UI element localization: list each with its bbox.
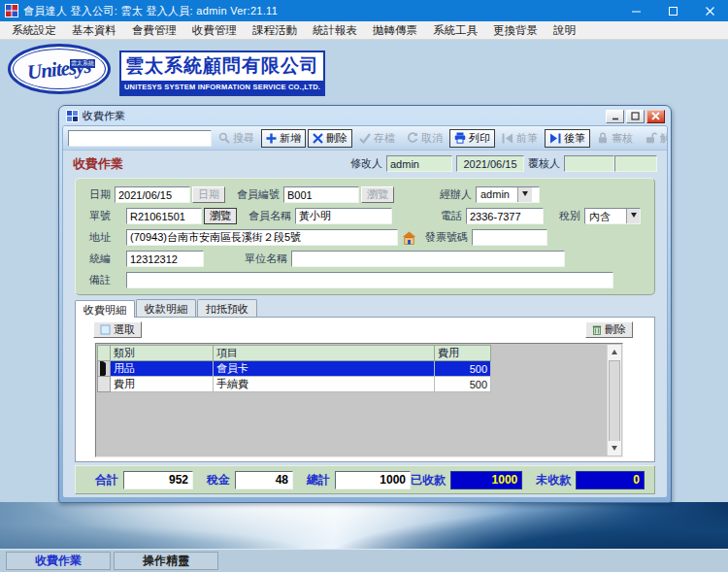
select-icon bbox=[100, 324, 111, 335]
previous-record-button[interactable]: 前筆 bbox=[497, 129, 543, 148]
main-window-title: 會員達人 登入公司: 雲太 登入人員: admin Ver:21.11 bbox=[23, 4, 278, 18]
grid-vertical-scrollbar[interactable] bbox=[607, 345, 621, 455]
sum-field[interactable] bbox=[123, 471, 193, 489]
invoice-no-field[interactable] bbox=[472, 229, 547, 246]
menu-statistics-report[interactable]: 統計報表 bbox=[305, 21, 365, 40]
menu-course-activity[interactable]: 課程活動 bbox=[245, 21, 305, 40]
child-restore-button[interactable] bbox=[626, 110, 645, 123]
delete-row-button[interactable]: 刪除 bbox=[585, 321, 633, 338]
tab-receipt-detail[interactable]: 收款明細 bbox=[136, 299, 196, 318]
cancel-button[interactable]: 取消 bbox=[402, 129, 447, 148]
handler-label: 經辦人 bbox=[440, 187, 472, 202]
scrollbar-thumb[interactable] bbox=[609, 360, 620, 446]
print-button[interactable]: 列印 bbox=[449, 129, 495, 148]
reviewer-label: 覆核人 bbox=[528, 156, 560, 171]
handler-dropdown-icon[interactable] bbox=[517, 187, 532, 202]
form-title: 收費作業 bbox=[73, 155, 123, 173]
grid-header-category[interactable]: 類別 bbox=[111, 346, 214, 361]
form-row-3: 地址 發票號碼 bbox=[89, 228, 641, 247]
delete-button[interactable]: 刪除 bbox=[308, 129, 352, 148]
search-input[interactable] bbox=[68, 130, 212, 147]
address-map-icon[interactable] bbox=[402, 231, 416, 245]
child-close-button[interactable] bbox=[646, 110, 665, 123]
tax-type-select[interactable]: 內含 bbox=[584, 208, 641, 224]
tab-fee-detail[interactable]: 收費明細 bbox=[75, 300, 135, 318]
form-row-2: 單號 瀏覽 會員名稱 電話 稅別 內含 bbox=[89, 207, 641, 225]
address-field[interactable] bbox=[126, 229, 398, 246]
grid-row-1[interactable]: 用品 會員卡 500 bbox=[98, 361, 491, 377]
minimize-button[interactable] bbox=[617, 0, 654, 21]
note-field[interactable] bbox=[126, 272, 613, 288]
add-button[interactable]: 新增 bbox=[261, 129, 306, 148]
phone-field[interactable] bbox=[466, 208, 544, 224]
cell-category[interactable]: 用品 bbox=[111, 361, 214, 377]
member-name-field[interactable] bbox=[295, 208, 392, 224]
grid-header-selector bbox=[98, 346, 111, 361]
tax-field[interactable] bbox=[235, 471, 293, 489]
check-icon bbox=[359, 133, 371, 144]
menu-change-background[interactable]: 更換背景 bbox=[485, 21, 546, 40]
cell-fee[interactable]: 500 bbox=[435, 377, 491, 392]
date-picker-button[interactable]: 日期 bbox=[192, 186, 225, 203]
unitesys-oval-logo: Unitesys 雲太系統 bbox=[8, 44, 111, 94]
tax-id-label: 統編 bbox=[89, 252, 111, 266]
reviewer-date-field bbox=[614, 155, 657, 172]
tab-prepaid-offset[interactable]: 扣抵預收 bbox=[197, 299, 257, 318]
tax-type-dropdown-icon[interactable] bbox=[626, 209, 640, 223]
menu-bar: 系統設定 基本資料 會費管理 收費管理 課程活動 統計報表 拋轉傳票 系統工具 … bbox=[0, 21, 728, 40]
menu-voucher-transfer[interactable]: 拋轉傳票 bbox=[365, 21, 425, 40]
audit-button[interactable]: 審核 bbox=[592, 129, 638, 148]
undo-icon bbox=[407, 132, 418, 144]
current-row-arrow-icon bbox=[100, 361, 110, 377]
grid-row-2[interactable]: 費用 手續費 500 bbox=[98, 377, 491, 392]
search-icon bbox=[218, 132, 230, 144]
doc-no-label: 單號 bbox=[89, 209, 111, 223]
grid-header-item[interactable]: 項目 bbox=[214, 346, 435, 361]
total-field[interactable] bbox=[335, 471, 411, 489]
cell-item[interactable]: 會員卡 bbox=[214, 361, 435, 377]
fee-detail-page: 選取 刪除 類別 項目 費用 bbox=[75, 317, 655, 462]
member-name-label: 會員名稱 bbox=[248, 209, 291, 223]
menu-system-tools[interactable]: 系統工具 bbox=[425, 21, 485, 40]
select-items-button[interactable]: 選取 bbox=[93, 321, 142, 338]
next-record-button[interactable]: 後筆 bbox=[545, 129, 590, 148]
member-browse-button[interactable]: 瀏覽 bbox=[361, 186, 394, 203]
child-window-title: 收費作業 bbox=[83, 109, 125, 123]
cell-category[interactable]: 費用 bbox=[111, 377, 214, 392]
previous-icon bbox=[502, 133, 513, 144]
unlock-button[interactable]: 解鎖 bbox=[640, 129, 668, 148]
note-label: 備註 bbox=[89, 273, 111, 287]
save-button[interactable]: 存檔 bbox=[354, 129, 400, 148]
cell-fee[interactable]: 500 bbox=[435, 361, 491, 377]
handler-select[interactable]: admin bbox=[476, 186, 540, 203]
company-name-zh: 雲太系統顧問有限公司 bbox=[121, 52, 323, 81]
sum-label: 合計 bbox=[95, 472, 118, 488]
taskbar-tab-wizard[interactable]: 操作精靈 bbox=[114, 552, 218, 570]
doc-no-field[interactable] bbox=[126, 208, 202, 224]
child-window-titlebar: 收費作業 bbox=[62, 107, 668, 125]
cell-item[interactable]: 手續費 bbox=[214, 377, 435, 392]
search-button[interactable]: 搜尋 bbox=[214, 129, 259, 148]
menu-basic-data[interactable]: 基本資料 bbox=[64, 21, 124, 40]
scroll-up-icon[interactable] bbox=[608, 345, 621, 359]
reviewer-name-field bbox=[564, 155, 614, 172]
menu-system-settings[interactable]: 系統設定 bbox=[4, 21, 64, 40]
menu-help[interactable]: 說明 bbox=[546, 21, 583, 40]
background-wave-art bbox=[0, 502, 728, 549]
child-minimize-button[interactable] bbox=[606, 110, 624, 123]
tax-id-field[interactable] bbox=[126, 251, 204, 267]
grid-header-fee[interactable]: 費用 bbox=[435, 346, 491, 361]
menu-membership-fee[interactable]: 會費管理 bbox=[124, 21, 184, 40]
taskbar-tab-fee-collection[interactable]: 收費作業 bbox=[6, 552, 111, 570]
close-button[interactable] bbox=[691, 0, 728, 21]
row-selector-marker bbox=[98, 361, 111, 377]
scroll-down-icon[interactable] bbox=[608, 441, 621, 455]
member-no-field[interactable] bbox=[283, 186, 359, 203]
menu-fee-collection[interactable]: 收費管理 bbox=[184, 21, 245, 40]
member-no-label: 會員編號 bbox=[237, 187, 280, 202]
unit-name-field[interactable] bbox=[291, 251, 565, 267]
date-field[interactable] bbox=[115, 186, 190, 203]
bottom-taskbar: 收費作業 操作精靈 bbox=[0, 549, 728, 572]
doc-browse-button[interactable]: 瀏覽 bbox=[204, 208, 237, 224]
maximize-button[interactable] bbox=[654, 0, 691, 21]
